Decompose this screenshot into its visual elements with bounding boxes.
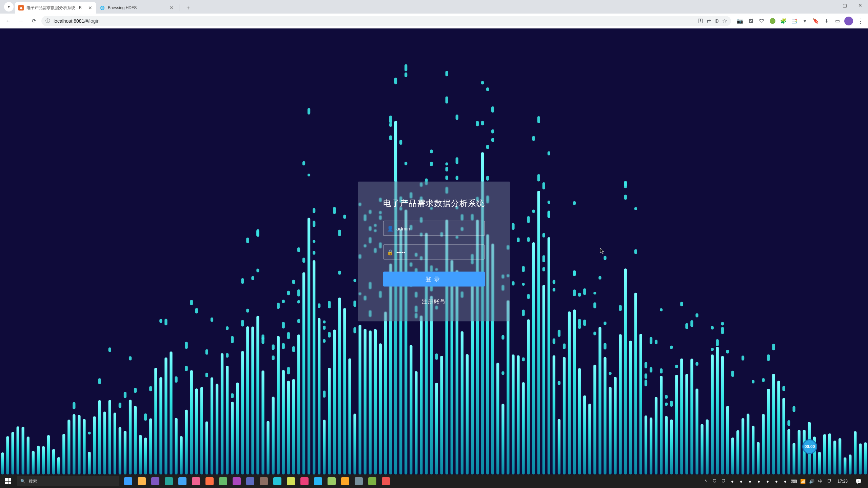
svg-rect-31 (159, 377, 162, 474)
svg-rect-400 (711, 348, 714, 351)
svg-rect-85 (435, 383, 438, 474)
tray-icon[interactable]: ● (764, 478, 771, 485)
taskbar-app[interactable] (379, 474, 393, 488)
taskbar-search[interactable]: 🔍 搜索 (17, 476, 119, 486)
taskbar-app[interactable] (243, 474, 257, 488)
translate-icon[interactable]: ⇄ (707, 18, 711, 24)
svg-rect-73 (374, 329, 377, 474)
svg-rect-325 (501, 371, 504, 375)
svg-rect-160 (818, 452, 821, 474)
svg-rect-303 (456, 157, 458, 164)
taskbar-app[interactable] (298, 474, 311, 488)
close-icon[interactable]: ✕ (87, 5, 93, 11)
svg-rect-396 (685, 323, 688, 329)
tray-icon[interactable]: ⌨ (791, 478, 797, 485)
tray-icon[interactable]: ● (729, 478, 736, 485)
taskbar-app[interactable] (135, 474, 149, 488)
taskbar-app[interactable] (121, 474, 135, 488)
tray-icon[interactable]: ⛉ (826, 478, 833, 485)
site-info-icon[interactable]: ⓘ (45, 18, 50, 24)
forward-button[interactable]: → (16, 16, 26, 26)
taskbar-clock[interactable]: 17:23 (835, 479, 850, 484)
svg-rect-390 (665, 395, 668, 399)
start-button[interactable] (0, 474, 16, 488)
svg-rect-361 (573, 289, 576, 296)
svg-rect-13 (67, 420, 70, 474)
zoom-icon[interactable]: ⊕ (714, 18, 719, 24)
taskbar-app[interactable] (284, 474, 298, 488)
tray-icon[interactable]: 中 (817, 478, 824, 485)
maximize-button[interactable]: ▢ (837, 0, 852, 11)
svg-rect-37 (190, 370, 193, 474)
taskbar-app[interactable] (162, 474, 176, 488)
minimize-button[interactable]: — (821, 0, 837, 11)
svg-rect-306 (456, 176, 458, 180)
sidepanel-icon[interactable]: ▭ (833, 17, 842, 25)
taskbar-app[interactable] (311, 474, 325, 488)
tray-icon[interactable]: ● (782, 478, 789, 485)
svg-rect-203 (261, 334, 264, 340)
back-button[interactable]: ← (3, 16, 14, 26)
tray-icon[interactable]: ＾ (703, 478, 709, 485)
taskbar-app[interactable] (216, 474, 230, 488)
extension-icon[interactable]: ▾ (801, 17, 809, 25)
address-bar[interactable]: ⓘ localhost:8081/#/login ⚿ ⇄ ⊕ ☆ (41, 16, 731, 26)
svg-rect-10 (52, 449, 55, 474)
taskbar-app[interactable] (366, 474, 379, 488)
svg-rect-350 (548, 211, 550, 218)
taskbar-app[interactable] (176, 474, 189, 488)
downloads-icon[interactable]: ⬇ (823, 17, 831, 25)
bookmark-star-icon[interactable]: ☆ (722, 18, 727, 24)
extension-icon[interactable]: 🛡 (757, 17, 766, 25)
extension-icon[interactable]: 📷 (736, 17, 744, 25)
new-tab-button[interactable]: ＋ (183, 3, 193, 13)
tray-icon[interactable]: ● (738, 478, 745, 485)
password-icon[interactable]: ⚿ (698, 18, 703, 24)
tab-app[interactable]: ◆ 电子产品需求数据分析系统 - B ✕ (15, 2, 96, 14)
profile-avatar[interactable] (844, 17, 853, 25)
tray-icon[interactable]: ● (755, 478, 762, 485)
svg-rect-183 (185, 366, 188, 371)
extension-icon[interactable]: 📑 (790, 17, 798, 25)
taskbar-app[interactable] (271, 474, 284, 488)
taskbar-app[interactable] (325, 474, 338, 488)
extension-icon[interactable]: 🟢 (768, 17, 776, 25)
register-link[interactable]: 注册账号 (371, 298, 497, 305)
extensions-menu-icon[interactable]: 🧩 (779, 17, 787, 25)
reload-button[interactable]: ⟳ (28, 16, 39, 26)
svg-rect-62 (318, 318, 320, 474)
taskbar-app[interactable] (149, 474, 162, 488)
svg-rect-52 (267, 421, 269, 474)
svg-rect-184 (185, 342, 188, 349)
kebab-menu-icon[interactable]: ⋮ (856, 17, 865, 25)
svg-rect-370 (593, 292, 596, 294)
recorder-badge[interactable]: 00:00 (802, 439, 817, 454)
taskbar-app[interactable] (352, 474, 366, 488)
username-input[interactable] (396, 225, 481, 231)
taskbar-app[interactable] (257, 474, 271, 488)
tray-icon[interactable]: ● (773, 478, 780, 485)
tray-icon[interactable]: 📶 (800, 478, 806, 485)
tab-hdfs[interactable]: 🌐 Browsing HDFS ✕ (96, 2, 178, 14)
extension-icon[interactable]: 🖼 (747, 17, 755, 25)
extension-icon[interactable]: 🔖 (812, 17, 820, 25)
close-icon[interactable]: ✕ (169, 5, 174, 11)
tray-icon[interactable]: ⛉ (711, 478, 718, 485)
svg-rect-181 (164, 319, 167, 326)
taskbar-app[interactable] (189, 474, 203, 488)
svg-rect-265 (399, 140, 402, 145)
taskbar-app[interactable] (338, 474, 352, 488)
tray-icon[interactable]: 🔊 (808, 478, 815, 485)
tray-icon[interactable]: ● (747, 478, 753, 485)
tray-icon[interactable]: ⛉ (720, 478, 727, 485)
close-window-button[interactable]: ✕ (852, 0, 868, 11)
svg-rect-238 (353, 279, 356, 282)
svg-rect-382 (645, 380, 647, 386)
password-input[interactable] (396, 249, 481, 255)
login-button[interactable]: 登录 (383, 272, 485, 287)
taskbar-app[interactable] (230, 474, 243, 488)
tabs-dropdown[interactable]: ▾ (4, 2, 14, 12)
taskbar-app[interactable] (203, 474, 216, 488)
svg-rect-118 (604, 357, 606, 475)
notifications-icon[interactable]: 💬 (852, 478, 865, 485)
